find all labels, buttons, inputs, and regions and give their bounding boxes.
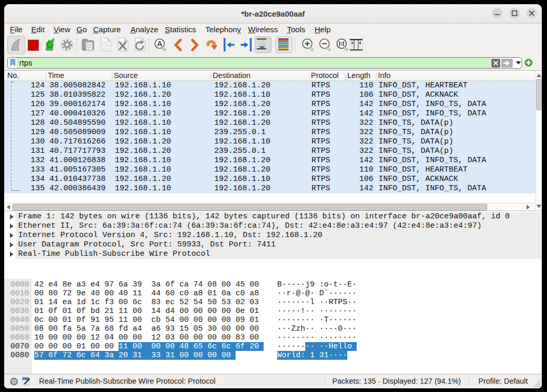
- svg-text:A: A: [157, 40, 162, 48]
- svg-text:0111: 0111: [102, 47, 110, 50]
